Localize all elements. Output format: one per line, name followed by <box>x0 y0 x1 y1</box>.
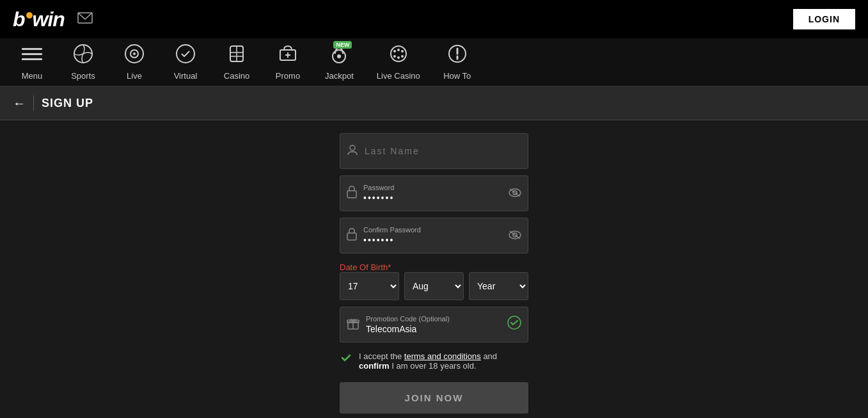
nav-label-sports: Sports <box>71 71 95 81</box>
header-left: bwin <box>13 8 93 31</box>
nav-label-virtual: Virtual <box>174 71 198 81</box>
how-to-icon <box>447 44 468 68</box>
svg-point-18 <box>391 46 406 61</box>
nav-label-jackpot: Jackpot <box>325 71 354 81</box>
casino-icon <box>226 44 247 68</box>
password-label: Password <box>363 184 509 191</box>
jackpot-icon-wrap: NEW <box>329 44 349 71</box>
nav-label-promo: Promo <box>276 71 300 81</box>
svg-point-28 <box>350 145 355 150</box>
terms-checkmark <box>340 351 352 367</box>
nav-item-jackpot[interactable]: NEW Jackpot <box>313 38 365 86</box>
logo-text: bwin <box>13 8 65 31</box>
dob-year-select[interactable]: Year <box>469 272 528 300</box>
nav-item-casino[interactable]: Casino <box>211 38 262 86</box>
live-icon <box>124 44 145 68</box>
last-name-input[interactable] <box>365 146 521 156</box>
logo-dot <box>26 12 33 19</box>
promo-field[interactable]: Promotion Code (Optional) TelecomAsia <box>340 307 528 342</box>
confirm-password-inner: Confirm Password <box>363 226 509 245</box>
dob-day-select[interactable]: 17 <box>340 272 399 300</box>
nav-label-menu: Menu <box>22 71 43 81</box>
live-casino-icon <box>388 44 409 68</box>
dob-month-select[interactable]: Aug <box>404 272 464 300</box>
svg-rect-2 <box>22 53 42 55</box>
svg-point-24 <box>393 55 396 58</box>
header: bwin LOGIN <box>0 0 868 38</box>
confirm-password-label: Confirm Password <box>363 226 509 234</box>
svg-point-22 <box>401 55 404 58</box>
logo[interactable]: bwin <box>13 8 65 31</box>
svg-point-7 <box>133 52 136 55</box>
nav-label-live: Live <box>127 71 142 81</box>
nav-label-live-casino: Live Casino <box>377 71 420 81</box>
user-icon <box>347 144 358 158</box>
dob-selects: 17 Aug Year <box>340 272 528 300</box>
terms-link[interactable]: terms and conditions <box>404 351 481 361</box>
nav-item-live[interactable]: Live <box>109 38 160 86</box>
nav-item-sports[interactable]: Sports <box>58 38 109 86</box>
terms-text: I accept the terms and conditions and co… <box>359 351 528 371</box>
svg-rect-29 <box>347 191 356 198</box>
confirm-password-input[interactable] <box>363 235 509 245</box>
sports-icon <box>73 44 93 68</box>
confirm-password-eye-icon[interactable] <box>509 229 521 243</box>
required-mark: * <box>388 262 391 272</box>
nav-item-promo[interactable]: Promo <box>262 38 313 86</box>
nav-item-menu[interactable]: Menu <box>6 39 58 86</box>
back-button[interactable]: ← <box>13 96 26 111</box>
nav-item-virtual[interactable]: Virtual <box>160 38 211 86</box>
join-now-button[interactable]: JOIN NOW <box>340 382 528 414</box>
new-badge: NEW <box>333 41 352 49</box>
form-container: Password Confirm Password Date Of Bir <box>340 133 528 414</box>
nav-label-casino: Casino <box>224 71 249 81</box>
main-content: Password Confirm Password Date Of Bir <box>0 120 868 418</box>
password-field[interactable]: Password <box>340 175 528 211</box>
lock-icon <box>347 186 357 201</box>
menu-icon <box>22 44 42 68</box>
dob-label: Date Of Birth* <box>340 262 528 272</box>
svg-point-19 <box>393 50 396 52</box>
mail-icon[interactable] <box>77 12 93 27</box>
nav: Menu Sports Live Virtual Casino Promo <box>0 38 868 86</box>
svg-point-17 <box>337 54 341 58</box>
nav-label-how-to: How To <box>443 71 471 81</box>
login-button[interactable]: LOGIN <box>793 9 855 29</box>
password-input[interactable] <box>363 193 509 203</box>
promo-inner: Promotion Code (Optional) TelecomAsia <box>366 315 507 334</box>
svg-rect-33 <box>347 233 356 240</box>
svg-point-8 <box>177 45 194 63</box>
password-eye-icon[interactable] <box>509 187 521 200</box>
page-title: SIGN UP <box>42 97 93 110</box>
nav-item-live-casino[interactable]: Live Casino <box>365 38 432 86</box>
last-name-inner <box>365 146 521 156</box>
signup-header: ← SIGN UP <box>0 86 868 120</box>
promo-value: TelecomAsia <box>366 324 507 334</box>
svg-point-20 <box>397 49 400 51</box>
terms-row: I accept the terms and conditions and co… <box>340 349 528 373</box>
promo-label: Promotion Code (Optional) <box>366 315 507 323</box>
password-inner: Password <box>363 184 509 203</box>
last-name-field[interactable] <box>340 133 528 169</box>
svg-rect-3 <box>22 58 42 60</box>
header-divider <box>33 95 34 111</box>
dob-section: Date Of Birth* 17 Aug Year <box>340 260 528 300</box>
svg-rect-1 <box>22 48 42 50</box>
gift-icon <box>347 317 359 333</box>
virtual-icon <box>175 44 196 68</box>
svg-point-21 <box>401 50 404 52</box>
lock-confirm-icon <box>347 228 357 243</box>
nav-item-how-to[interactable]: How To <box>432 38 483 86</box>
promo-icon <box>278 44 298 68</box>
svg-point-23 <box>397 56 400 59</box>
confirm-password-field[interactable]: Confirm Password <box>340 218 528 253</box>
promo-check-icon <box>507 316 521 334</box>
